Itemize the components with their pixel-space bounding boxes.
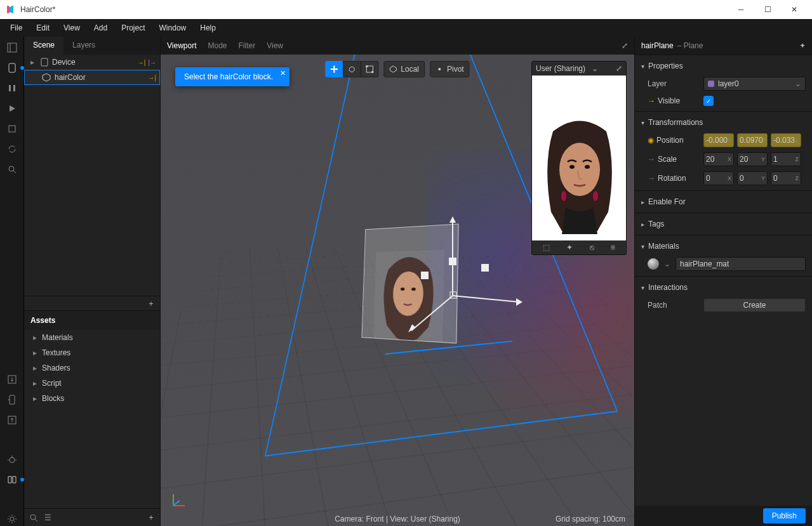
menu-view[interactable]: View <box>57 21 86 35</box>
preview-camera-icon[interactable]: ✦ <box>566 243 573 252</box>
create-patch-button[interactable]: Create <box>703 298 806 312</box>
section-enablefor[interactable]: ▸Enable For <box>635 194 812 210</box>
chevron-down-icon[interactable]: ⌄ <box>664 260 670 268</box>
section-materials[interactable]: ▾Materials <box>635 238 812 254</box>
assets-filter-icon[interactable]: ☰ <box>44 513 51 522</box>
material-name-field[interactable]: hairPlane_mat <box>676 257 806 271</box>
play-icon[interactable] <box>5 102 19 115</box>
preview-image <box>532 76 626 240</box>
layer-select[interactable]: layer0 ⌄ <box>703 77 806 91</box>
section-tags[interactable]: ▸Tags <box>635 216 812 232</box>
position-y-input[interactable]: 0.0970Y <box>737 133 768 147</box>
keyframe-icon[interactable]: → <box>648 96 655 105</box>
preview-record-icon[interactable]: ⬚ <box>543 243 550 252</box>
assets-header: Assets <box>24 311 160 330</box>
pivot-button[interactable]: Pivot <box>430 61 470 77</box>
preview-capture-icon[interactable]: ⎋ <box>590 243 594 252</box>
tooltip-close-icon[interactable]: ✕ <box>280 69 286 77</box>
axes-widget-icon[interactable] <box>170 492 187 510</box>
expand-viewport-icon[interactable]: ⤢ <box>622 41 628 50</box>
workspace-icon[interactable] <box>5 41 19 55</box>
center-area: Viewport Mode Filter View ⤢ <box>161 37 634 526</box>
asset-textures[interactable]: ▸Textures <box>24 345 160 360</box>
import-icon[interactable] <box>5 372 19 386</box>
scale-y-input[interactable]: 20Y <box>737 152 768 166</box>
rotation-x-input[interactable]: 0X <box>703 171 734 185</box>
svg-point-38 <box>559 143 600 196</box>
inspector-actions-icon[interactable]: ✦ <box>799 41 806 50</box>
scale-z-input[interactable]: 1Z <box>771 152 801 166</box>
preview-mode-select[interactable]: User (Sharing) <box>536 64 585 73</box>
close-button[interactable]: ✕ <box>782 1 807 18</box>
svg-rect-3 <box>9 85 11 91</box>
viewport-3d[interactable]: Local Pivot User (Sharing) ⌄ ⤢ <box>161 55 634 526</box>
visible-checkbox[interactable]: ✓ <box>703 96 714 106</box>
section-interactions[interactable]: ▾Interactions <box>635 279 812 296</box>
tree-row-haircolor[interactable]: hairColor →| <box>24 70 160 85</box>
move-tool-button[interactable] <box>325 61 343 77</box>
scale-tool-button[interactable] <box>361 61 378 77</box>
bug-icon[interactable] <box>5 452 19 466</box>
svg-line-18 <box>35 519 37 522</box>
svg-rect-9 <box>10 395 15 404</box>
asset-materials[interactable]: ▸Materials <box>24 330 160 345</box>
position-z-input[interactable]: -0.033Z <box>771 133 801 147</box>
tab-layers[interactable]: Layers <box>63 37 104 55</box>
rotate-tool-button[interactable] <box>343 61 361 77</box>
stop-icon[interactable] <box>5 122 19 136</box>
keyframe-active-icon[interactable]: ◉ <box>648 136 654 145</box>
svg-rect-35 <box>366 65 368 67</box>
preview-popout-icon[interactable]: ⤢ <box>616 64 622 73</box>
svg-rect-4 <box>13 85 15 91</box>
asset-blocks[interactable]: ▸Blocks <box>24 391 160 406</box>
tab-view[interactable]: View <box>267 41 283 50</box>
window-title: HairColor* <box>20 5 55 14</box>
key-out-icon: |→ <box>148 59 156 66</box>
svg-point-37 <box>438 68 441 70</box>
key-in-icon: →| <box>148 74 156 81</box>
rotation-z-input[interactable]: 0Z <box>771 171 801 185</box>
mobile-send-icon[interactable] <box>5 393 19 407</box>
menu-project[interactable]: Project <box>115 21 151 35</box>
add-scene-object-button[interactable]: ＋ <box>147 298 155 309</box>
position-x-input[interactable]: -0.000X <box>703 133 734 147</box>
tab-scene[interactable]: Scene <box>24 37 63 55</box>
menu-window[interactable]: Window <box>153 21 193 35</box>
search-icon[interactable] <box>5 162 19 176</box>
pause-icon[interactable] <box>5 81 19 95</box>
key-in-icon: →| <box>138 59 146 66</box>
section-properties[interactable]: ▾Properties <box>635 58 812 74</box>
asset-script[interactable]: ▸Script <box>24 376 160 391</box>
export-icon[interactable] <box>5 413 19 427</box>
rotation-y-input[interactable]: 0Y <box>737 171 768 185</box>
refresh-icon[interactable] <box>5 142 19 156</box>
menu-help[interactable]: Help <box>194 21 222 35</box>
menu-add[interactable]: Add <box>88 21 114 35</box>
scene-panel: Scene Layers ▸ Device →||→ hairColor →| … <box>24 37 161 526</box>
keyframe-icon[interactable]: → <box>648 155 655 164</box>
settings-icon[interactable] <box>5 512 19 526</box>
menu-file[interactable]: File <box>4 21 29 35</box>
chevron-down-icon[interactable]: ⌄ <box>592 64 598 73</box>
plane-object[interactable] <box>357 226 484 353</box>
tab-viewport[interactable]: Viewport <box>167 41 196 50</box>
tab-filter[interactable]: Filter <box>239 41 256 50</box>
preview-menu-icon[interactable]: ≡ <box>611 243 615 252</box>
viewport-status: Camera: Front | View: User (Sharing) Gri… <box>161 515 634 523</box>
library-icon[interactable] <box>5 473 19 487</box>
section-transformations[interactable]: ▾Transformations <box>635 114 812 131</box>
tab-mode[interactable]: Mode <box>208 41 227 50</box>
assets-search-icon[interactable] <box>29 513 38 522</box>
minimize-button[interactable]: ─ <box>728 1 754 18</box>
asset-shaders[interactable]: ▸Shaders <box>24 360 160 376</box>
maximize-button[interactable]: ☐ <box>755 1 780 18</box>
coord-space-button[interactable]: Local <box>383 61 425 77</box>
add-asset-button[interactable]: ＋ <box>147 512 155 523</box>
scale-x-input[interactable]: 20X <box>703 152 734 166</box>
menu-edit[interactable]: Edit <box>30 21 56 35</box>
keyframe-icon[interactable]: → <box>648 174 655 183</box>
tree-row-device[interactable]: ▸ Device →||→ <box>24 55 160 70</box>
hint-tooltip: Select the hairColor block. ✕ <box>175 67 290 86</box>
publish-button[interactable]: Publish <box>763 508 806 523</box>
device-icon[interactable] <box>5 61 19 75</box>
